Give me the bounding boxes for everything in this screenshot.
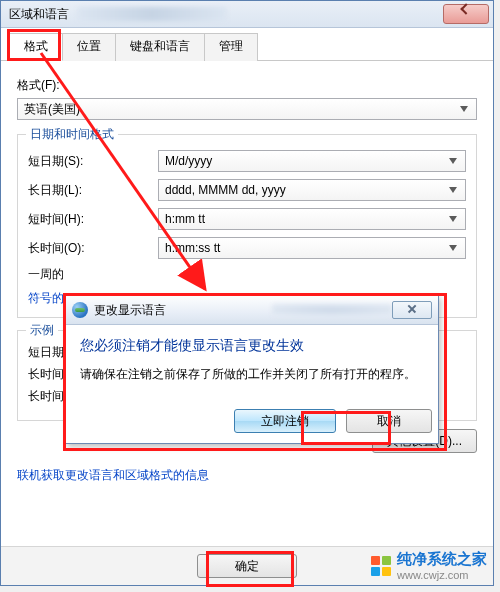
short-time-combo[interactable]: h:mm tt: [158, 208, 466, 230]
dialog-title-blur: [272, 304, 392, 316]
short-date-value: M/d/yyyy: [165, 154, 212, 168]
chevron-down-icon: [445, 240, 461, 256]
dialog-footer: 确定: [1, 546, 493, 585]
tab-location[interactable]: 位置: [62, 33, 116, 61]
format-combo-value: 英语(美国): [24, 101, 80, 118]
datetime-legend: 日期和时间格式: [26, 126, 118, 143]
change-display-language-dialog: 更改显示语言 您必须注销才能使显示语言更改生效 请确保在注销之前保存了所做的工作…: [65, 295, 439, 444]
region-language-window: 区域和语言 格式 位置 键盘和语言 管理 格式(F): 英语(美国) 日期和时间…: [0, 0, 494, 586]
chevron-down-icon: [456, 101, 472, 117]
first-day-label: 一周的: [28, 266, 148, 283]
online-info-link[interactable]: 联机获取更改语言和区域格式的信息: [17, 468, 209, 482]
format-label: 格式(F):: [17, 77, 477, 94]
dialog-message: 请确保在注销之前保存了所做的工作并关闭了所有打开的程序。: [80, 365, 424, 383]
chevron-down-icon: [445, 153, 461, 169]
logoff-now-button[interactable]: 立即注销: [234, 409, 336, 433]
long-time-combo[interactable]: h:mm:ss tt: [158, 237, 466, 259]
tab-administrative[interactable]: 管理: [204, 33, 258, 61]
dialog-titlebar: 更改显示语言: [66, 296, 438, 325]
short-time-label: 短时间(H):: [28, 211, 148, 228]
window-title: 区域和语言: [9, 6, 69, 23]
dialog-close-button[interactable]: [392, 301, 432, 319]
tab-format[interactable]: 格式: [9, 33, 63, 61]
notation-meaning-link[interactable]: 符号的: [28, 291, 64, 305]
tab-strip: 格式 位置 键盘和语言 管理: [1, 28, 493, 61]
long-date-value: dddd, MMMM dd, yyyy: [165, 183, 286, 197]
long-time-value: h:mm:ss tt: [165, 241, 220, 255]
long-date-label: 长日期(L):: [28, 182, 148, 199]
cancel-button[interactable]: 取消: [346, 409, 432, 433]
short-date-combo[interactable]: M/d/yyyy: [158, 150, 466, 172]
short-date-label: 短日期(S):: [28, 153, 148, 170]
chevron-down-icon: [445, 211, 461, 227]
dialog-headline: 您必须注销才能使显示语言更改生效: [80, 337, 424, 355]
long-date-combo[interactable]: dddd, MMMM dd, yyyy: [158, 179, 466, 201]
titlebar: 区域和语言: [1, 1, 493, 28]
short-time-value: h:mm tt: [165, 212, 205, 226]
format-combo[interactable]: 英语(美国): [17, 98, 477, 120]
ok-button[interactable]: 确定: [197, 554, 297, 578]
datetime-formats-group: 日期和时间格式 短日期(S): M/d/yyyy 长日期(L): dddd, M…: [17, 134, 477, 318]
globe-icon: [72, 302, 88, 318]
dialog-title: 更改显示语言: [94, 302, 266, 319]
chevron-down-icon: [445, 182, 461, 198]
tab-keyboards-languages[interactable]: 键盘和语言: [115, 33, 205, 61]
window-close-button[interactable]: [443, 4, 489, 24]
titlebar-blur: [77, 7, 227, 21]
long-time-label: 长时间(O):: [28, 240, 148, 257]
dialog-body: 您必须注销才能使显示语言更改生效 请确保在注销之前保存了所做的工作并关闭了所有打…: [66, 325, 438, 409]
examples-legend: 示例: [26, 322, 58, 339]
